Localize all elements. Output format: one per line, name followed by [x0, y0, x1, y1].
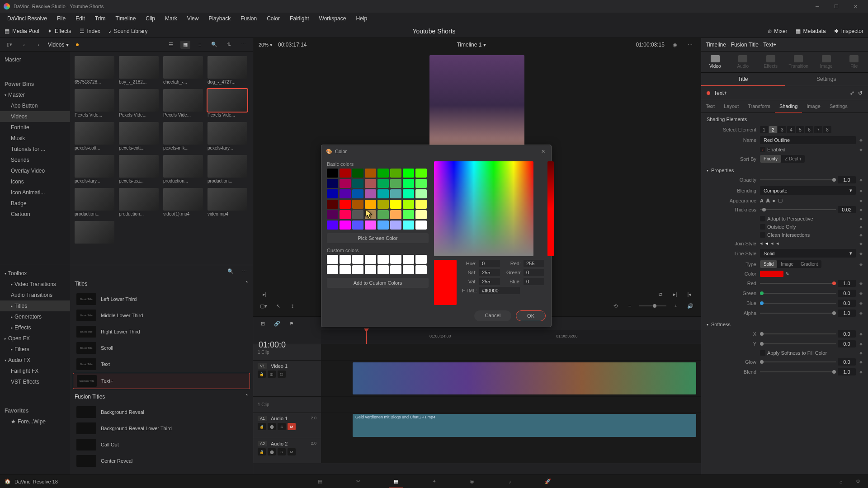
- menu-trim[interactable]: Trim: [90, 14, 110, 23]
- color-swatch[interactable]: [403, 179, 414, 188]
- toolbox-item[interactable]: ▸Effects: [0, 322, 70, 333]
- color-swatch[interactable]: [377, 189, 389, 198]
- enabled-checkbox[interactable]: ✓: [760, 147, 765, 152]
- color-swatch[interactable]: [415, 179, 427, 188]
- bin-item[interactable]: Icon Animati...: [0, 187, 70, 198]
- fusion-page-tab[interactable]: ✦: [429, 478, 439, 486]
- color-swatch[interactable]: [390, 179, 401, 188]
- media-clip[interactable]: Pexels Vide...: [208, 89, 247, 117]
- a1-solo-button[interactable]: S: [278, 423, 286, 430]
- favorite-item[interactable]: ★Fore...Wipe: [0, 416, 70, 427]
- green-slider[interactable]: [760, 293, 836, 294]
- toolbox-item[interactable]: Audio Transitions: [0, 290, 70, 300]
- media-clip[interactable]: cheetah_-...: [163, 56, 203, 84]
- menu-help[interactable]: Help: [351, 14, 372, 23]
- a1-track[interactable]: Geld verdienen mit Blogs und ChatGPT.mp4: [321, 413, 701, 438]
- window-minimize-button[interactable]: ─: [808, 1, 826, 12]
- color-swatch[interactable]: [352, 221, 363, 230]
- media-clip[interactable]: pexels-cott...: [75, 122, 114, 150]
- soft-y-slider[interactable]: [760, 343, 836, 344]
- nav-fwd-icon[interactable]: ›: [33, 41, 43, 49]
- blue-slider[interactable]: [760, 303, 836, 304]
- color-swatch[interactable]: [377, 210, 389, 219]
- a1-lock-button[interactable]: 🔒: [258, 423, 266, 430]
- color-gradient-picker[interactable]: [434, 161, 533, 256]
- thickness-value[interactable]: 0.02: [838, 206, 856, 213]
- fairlightfx-item[interactable]: Fairlight FX: [0, 366, 70, 376]
- color-swatch[interactable]: [340, 179, 351, 188]
- element-name-input[interactable]: Red Outline: [760, 136, 856, 144]
- timeline-ruler[interactable]: 01:00:24:00 01:00:36:00: [321, 330, 701, 344]
- color-swatch[interactable]: [365, 179, 376, 188]
- a2-record-button[interactable]: ⬤: [268, 448, 276, 455]
- fusion-title-preset[interactable]: Center Reveal: [73, 453, 250, 469]
- enabled-dot-icon[interactable]: [707, 91, 710, 95]
- project-manager-icon[interactable]: ⌂: [835, 478, 846, 486]
- color-swatch[interactable]: [327, 200, 338, 209]
- sat-input[interactable]: 255: [479, 269, 500, 276]
- subtab-title[interactable]: Title: [701, 73, 785, 86]
- audiofx-item[interactable]: ▾Audio FX: [0, 355, 70, 366]
- a1-mute-button[interactable]: M: [288, 423, 296, 430]
- zoom-slider[interactable]: [639, 305, 666, 306]
- color-swatch[interactable]: [390, 169, 401, 178]
- ok-button[interactable]: OK: [516, 310, 546, 321]
- subtab-settings[interactable]: Settings: [785, 73, 868, 86]
- edit-page-tab[interactable]: ▦: [391, 478, 401, 486]
- go-next-button[interactable]: ▸|: [670, 289, 680, 299]
- color-swatch[interactable]: [327, 221, 338, 230]
- titles-search-button[interactable]: 🔍: [226, 267, 236, 275]
- appearance-buttons[interactable]: AA●▢: [760, 197, 856, 203]
- color-swatch[interactable]: [415, 221, 427, 230]
- clean-checkbox[interactable]: [760, 232, 765, 238]
- a2-mute-button[interactable]: M: [288, 448, 296, 455]
- color-swatch[interactable]: [327, 169, 338, 178]
- menu-file[interactable]: File: [52, 14, 70, 23]
- v1-track[interactable]: [321, 361, 701, 396]
- list-view-button[interactable]: ☰: [166, 41, 176, 49]
- type-segment[interactable]: SolidImageGradient: [760, 260, 821, 268]
- color-swatch[interactable]: [352, 200, 363, 209]
- toolbox-item[interactable]: ▸Generators: [0, 311, 70, 322]
- joinstyle-buttons[interactable]: ◂◂◂◂: [760, 240, 856, 246]
- menu-mark[interactable]: Mark: [160, 14, 182, 23]
- overlay-dropdown[interactable]: ▢▾: [259, 301, 269, 311]
- color-swatch[interactable]: [327, 179, 338, 188]
- color-swatch[interactable]: [415, 200, 427, 209]
- match-frame-button[interactable]: ⧉: [656, 289, 665, 299]
- thickness-slider[interactable]: [760, 209, 836, 210]
- media-clip[interactable]: 657518728...: [75, 56, 114, 84]
- tl-marker-icon[interactable]: ⚑: [287, 319, 297, 328]
- v1-auto-button[interactable]: ◫: [268, 371, 276, 378]
- bypass-button[interactable]: ◉: [670, 41, 680, 49]
- fusion-title-preset[interactable]: Background Reveal: [73, 404, 250, 420]
- color-swatch[interactable]: [340, 210, 351, 219]
- inner-tab-text[interactable]: Text: [701, 100, 719, 113]
- properties-section[interactable]: ▾Properties: [707, 164, 863, 175]
- opacity-slider[interactable]: [760, 179, 836, 180]
- menu-workspace[interactable]: Workspace: [315, 14, 351, 23]
- video-clip[interactable]: [353, 362, 696, 394]
- color-swatch[interactable]: [340, 189, 351, 198]
- color-swatch[interactable]: [377, 169, 389, 178]
- zoom-in-button[interactable]: +: [671, 301, 681, 311]
- toolbox-item[interactable]: ▸Video Transitions: [0, 279, 70, 290]
- window-maximize-button[interactable]: ☐: [827, 1, 845, 12]
- color-swatch[interactable]: [377, 221, 389, 230]
- color-swatch[interactable]: [403, 210, 414, 219]
- color-swatch[interactable]: [415, 169, 427, 178]
- menu-color[interactable]: Color: [262, 14, 284, 23]
- val-input[interactable]: 255: [479, 278, 500, 285]
- titles-options-button[interactable]: ⋯: [239, 267, 249, 275]
- media-clip[interactable]: production...: [163, 155, 203, 183]
- color-swatch[interactable]: [390, 189, 401, 198]
- strip-view-button[interactable]: ≡: [195, 41, 205, 49]
- a1-record-button[interactable]: ⬤: [268, 423, 276, 430]
- inner-tab-shading[interactable]: Shading: [775, 100, 802, 113]
- a2-tag[interactable]: A2: [258, 441, 267, 446]
- media-clip[interactable]: pexels-mik...: [163, 122, 203, 150]
- blend-slider[interactable]: [760, 371, 836, 372]
- bin-item[interactable]: ▾Master: [0, 89, 70, 100]
- color-swatch[interactable]: [352, 210, 363, 219]
- media-clip[interactable]: boy_-_2182...: [119, 56, 159, 84]
